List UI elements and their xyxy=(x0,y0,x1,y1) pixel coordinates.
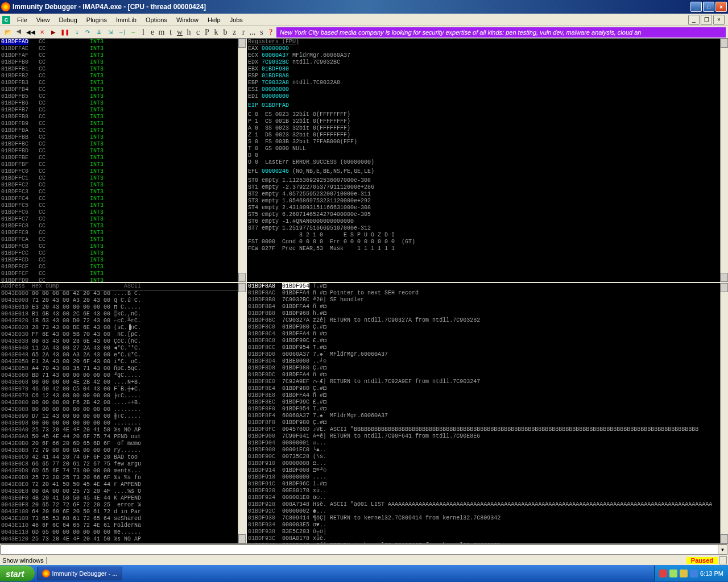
child-restore-button[interactable]: ❐ xyxy=(701,15,712,25)
toolbar-letter-l[interactable]: l xyxy=(139,28,148,37)
c-icon[interactable]: C xyxy=(2,16,10,24)
execute-till-icon[interactable]: →| xyxy=(117,28,127,37)
toolbar-letter-z[interactable]: z xyxy=(230,28,239,37)
maximize-button[interactable]: □ xyxy=(703,2,714,12)
memory-dump-pane[interactable]: Address Hex dump ASCII0043E000 00 00 00 … xyxy=(0,283,247,543)
tray-icon[interactable] xyxy=(680,569,688,577)
save-icon[interactable]: ⯇ xyxy=(14,28,24,37)
menu-view[interactable]: View xyxy=(32,15,55,24)
jobs-banner[interactable]: New York City based media company is loo… xyxy=(276,27,726,38)
disassembly-pane[interactable]: 01BDFFAD CC INT301BDFFAE CC INT301BDFFAF… xyxy=(0,39,247,282)
close-button[interactable]: × xyxy=(715,2,727,12)
toolbar-letter-b[interactable]: b xyxy=(221,28,230,37)
app-icon xyxy=(1,2,10,11)
stack-pane[interactable]: 01BDF8A8 01BDF954 T.#◘ 01BDF8AC 01BDFFA4… xyxy=(247,283,728,543)
command-input[interactable]: ▼ xyxy=(1,544,727,555)
scrollbar[interactable] xyxy=(238,39,246,282)
tray-icon[interactable] xyxy=(690,569,698,577)
menu-jobs[interactable]: Jobs xyxy=(225,15,247,24)
trace-over-icon[interactable]: ⇲ xyxy=(105,28,115,37)
registers-pane[interactable]: Registers (FPU)EAX 00000000ECX 60060A37 … xyxy=(247,39,728,282)
toolbar-letter-e[interactable]: e xyxy=(148,28,157,37)
menu-plugins[interactable]: Plugins xyxy=(82,15,111,24)
child-close-button[interactable]: × xyxy=(713,15,725,25)
tray-icon[interactable] xyxy=(669,569,677,577)
menu-window[interactable]: Window xyxy=(172,15,203,24)
toolbar-letter-t[interactable]: t xyxy=(166,28,175,37)
menu-help[interactable]: Help xyxy=(203,15,225,24)
menubar: C File View Debug Plugins ImmLib Options… xyxy=(0,14,728,26)
toolbar-letter-h[interactable]: h xyxy=(184,28,193,37)
taskbar-item[interactable]: Immunity Debugger - ... xyxy=(37,567,123,580)
step-over-icon[interactable]: ↷ xyxy=(82,28,93,37)
dropdown-icon[interactable]: ▼ xyxy=(718,545,727,554)
toolbar-letter-s[interactable]: s xyxy=(257,28,266,37)
toolbar-letter-k[interactable]: k xyxy=(212,28,221,37)
toolbar-letter-w[interactable]: w xyxy=(175,28,184,37)
play-icon[interactable]: ▶ xyxy=(48,28,59,37)
menu-options[interactable]: Options xyxy=(141,15,172,24)
status-area: ▼ Show windows Paused xyxy=(0,543,728,565)
scrollbar[interactable] xyxy=(720,39,728,282)
scrollbar[interactable] xyxy=(238,283,246,543)
step-into-icon[interactable]: ↴ xyxy=(71,28,81,37)
main-window: Immunity Debugger - IMAP4A.exe - [CPU - … xyxy=(0,0,728,565)
toolbar-letter-c[interactable]: c xyxy=(193,28,202,37)
rewind-icon[interactable]: ◀◀ xyxy=(26,28,36,37)
toolbar-letter-r[interactable]: r xyxy=(239,28,248,37)
minimize-button[interactable]: _ xyxy=(690,2,702,12)
system-tray[interactable]: 6:13 PM xyxy=(654,566,728,581)
toolbar-letter-m[interactable]: m xyxy=(157,28,166,37)
child-minimize-button[interactable]: _ xyxy=(688,15,700,25)
app-icon xyxy=(42,569,50,577)
clock[interactable]: 6:13 PM xyxy=(700,570,723,577)
taskbar: start Immunity Debugger - ... 6:13 PM xyxy=(0,565,728,582)
titlebar[interactable]: Immunity Debugger - IMAP4A.exe - [CPU - … xyxy=(0,0,728,14)
pause-icon[interactable]: ❚❚ xyxy=(60,28,70,37)
titlebar-text: Immunity Debugger - IMAP4A.exe - [CPU - … xyxy=(13,3,690,11)
tray-icon[interactable] xyxy=(659,569,667,577)
status-paused: Paused xyxy=(686,557,718,564)
toolbar-letter-?[interactable]: ? xyxy=(266,28,275,37)
menu-immlib[interactable]: ImmLib xyxy=(111,15,141,24)
open-icon[interactable]: 📂 xyxy=(3,28,13,37)
workarea: 01BDFFAD CC INT301BDFFAE CC INT301BDFFAF… xyxy=(0,39,728,543)
close-x-icon[interactable]: ✕ xyxy=(37,28,47,37)
goto-icon[interactable]: → xyxy=(128,28,138,37)
menu-debug[interactable]: Debug xyxy=(54,15,81,24)
trace-into-icon[interactable]: ⇊ xyxy=(94,28,104,37)
toolbar: 📂 ⯇ ◀◀ ✕ ▶ ❚❚ ↴ ↷ ⇊ ⇲ →| → lemtwhcPkbzr.… xyxy=(0,26,728,39)
toolbar-letter-...[interactable]: ... xyxy=(248,28,257,37)
resize-grip[interactable] xyxy=(719,556,727,564)
status-text: Show windows xyxy=(0,557,47,564)
menu-file[interactable]: File xyxy=(13,15,32,24)
scrollbar[interactable] xyxy=(720,283,728,543)
toolbar-letter-P[interactable]: P xyxy=(202,28,212,37)
start-button[interactable]: start xyxy=(0,566,35,581)
